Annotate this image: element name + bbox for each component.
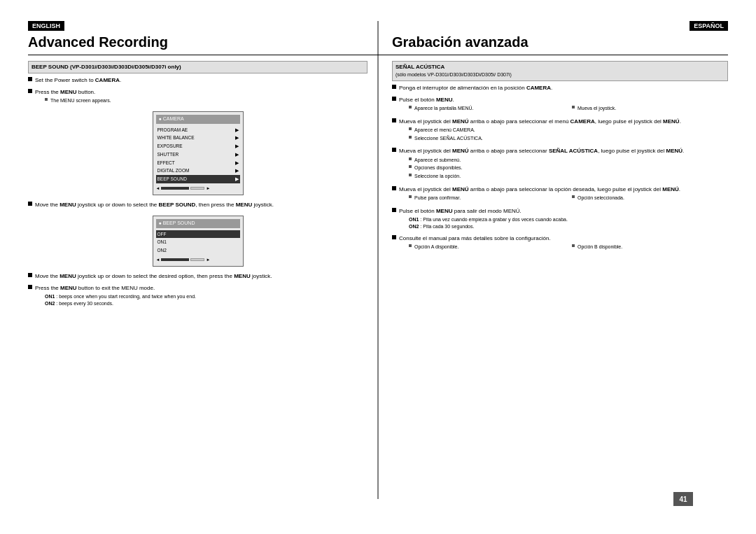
menu-screen-1: ● CAMERA PROGRAM AE▶ WHITE BALANCE▶ EXPO… [153, 111, 244, 195]
vertical-divider [378, 21, 379, 499]
sp-step5-sub: Pulse para confirmar. Opción seleccionad… [409, 195, 728, 203]
sp-extra-sub: Opción A disponible. Opción B disponible… [409, 244, 728, 252]
sp-step2-bullet [392, 97, 396, 101]
english-step-3: Move the MENU joystick up or down to sel… [28, 201, 368, 209]
menu-screen-2: ● BEEP SOUND OFF ON1 ON2 ◄ ► [153, 216, 244, 267]
english-step-1: Set the Power switch to CAMERA. [28, 76, 368, 84]
sp-step4-sub: Aparece el submenú. Opciones disponibles… [409, 157, 728, 181]
sp-step1-text: Ponga el interruptor de alimentación en … [399, 84, 552, 92]
sp-step5-text: Mueva el joystick del MENÚ arriba o abaj… [399, 185, 680, 193]
menu1-item-7: BEEP SOUND▶ [156, 175, 240, 183]
spanish-step-3: Mueva el joystick del MENÚ arriba o abaj… [392, 118, 728, 143]
sp-extra-bullet [392, 235, 396, 239]
step5-text: Press the MENU button to exit the MENU m… [35, 284, 155, 292]
spanish-subsection-header: SEÑAL ACÚSTICA (sólo modelos VP-D301i/D3… [392, 61, 728, 81]
menu1-item-4: SHUTTER▶ [156, 150, 240, 159]
step2-text: Press the MENU button. [35, 88, 95, 96]
sp-step3-text: Mueva el joystick del MENÚ arriba o abaj… [399, 118, 681, 125]
step4-text: Move the MENU joystick up or down to sel… [35, 272, 272, 280]
sp-step3-sub: Aparece el menú CAMERA. Seleccione SEÑAL… [409, 127, 728, 143]
english-subsection-header: BEEP SOUND (VP-D301i/D303i/D303Di/D305i/… [28, 61, 368, 73]
step1-text: Set the Power switch to CAMERA. [35, 76, 121, 84]
sp-step4-bullet [392, 148, 396, 152]
spanish-step-6: Pulse el botón MENU para salir del modo … [392, 207, 728, 230]
menu2-item-2: ON1 [156, 238, 240, 246]
menu1-footer: ◄ ► [156, 185, 240, 192]
sp-step4-text: Mueva el joystick del MENÚ arriba o abaj… [399, 147, 684, 155]
spanish-step-extra: Consulte el manual para más detalles sob… [392, 234, 728, 252]
menu2-item-3: ON2 [156, 246, 240, 255]
spanish-step-1: Ponga el interruptor de alimentación en … [392, 84, 728, 92]
step1-bullet [28, 77, 32, 81]
english-content: BEEP SOUND (VP-D301i/D303i/D303Di/D305i/… [28, 61, 378, 311]
step4-bullet [28, 273, 32, 277]
sp-step2-text: Pulse el botón MENU. [399, 96, 454, 104]
sp-step1-bullet [392, 85, 396, 89]
spanish-badge: ESPAÑOL [690, 21, 728, 31]
sp-step6-sub: ON1 : Pita una vez cuando empieza a grab… [409, 216, 728, 230]
step5-sub: ON1 : beeps once when you start recordin… [45, 293, 368, 307]
spanish-step-4: Mueva el joystick del MENÚ arriba o abaj… [392, 147, 728, 181]
english-step-4: Move the MENU joystick up or down to sel… [28, 272, 368, 280]
sp-step6-text: Pulse el botón MENU para salir del modo … [399, 207, 522, 215]
step2-sub: The MENU screen appears. [45, 97, 368, 104]
step3-text: Move the MENU joystick up or down to sel… [35, 201, 274, 209]
english-header: ENGLISH Advanced Recording [28, 21, 378, 50]
menu-screen-2-container: ● BEEP SOUND OFF ON1 ON2 ◄ ► [28, 213, 368, 269]
sp-step5-bullet [392, 186, 396, 190]
menu1-item-3: EXPOSURE▶ [156, 142, 240, 150]
page-container: ENGLISH Advanced Recording ESPAÑOL Graba… [0, 0, 756, 534]
spanish-title: Grabación avanzada [392, 34, 728, 50]
english-title: Advanced Recording [28, 34, 371, 50]
spanish-content: SEÑAL ACÚSTICA (sólo modelos VP-D301i/D3… [378, 61, 728, 311]
english-badge: ENGLISH [28, 21, 64, 31]
menu1-item-5: EFFECT▶ [156, 159, 240, 167]
menu1-item-1: PROGRAM AE▶ [156, 126, 240, 134]
english-step-5: Press the MENU button to exit the MENU m… [28, 284, 368, 307]
spanish-header: ESPAÑOL Grabación avanzada [378, 21, 728, 50]
sp-extra-text: Consulte el manual para más detalles sob… [399, 234, 551, 242]
step5-bullet [28, 285, 32, 289]
sp-step3-bullet [392, 118, 396, 122]
page-number: 41 [673, 492, 693, 506]
step3-bullet [28, 202, 32, 206]
menu1-item-2: WHITE BALANCE▶ [156, 134, 240, 142]
menu2-item-1: OFF [156, 230, 240, 239]
spanish-step-5: Mueva el joystick del MENÚ arriba o abaj… [392, 185, 728, 203]
sp-step6-bullet [392, 208, 396, 212]
spanish-step-2: Pulse el botón MENU. Aparece la pantalla… [392, 96, 728, 113]
menu2-title: ● BEEP SOUND [156, 219, 240, 228]
sp-step2-sub: Aparece la pantalla MENÚ. Mueva el joyst… [409, 105, 728, 113]
menu1-item-6: DIGITAL ZOOM▶ [156, 167, 240, 175]
menu-screen-1-container: ● CAMERA PROGRAM AE▶ WHITE BALANCE▶ EXPO… [28, 108, 368, 198]
menu2-footer: ◄ ► [156, 257, 240, 263]
step2-bullet [28, 89, 32, 93]
menu1-title: ● CAMERA [156, 115, 240, 124]
english-step-2: Press the MENU button. The MENU screen a… [28, 88, 368, 104]
